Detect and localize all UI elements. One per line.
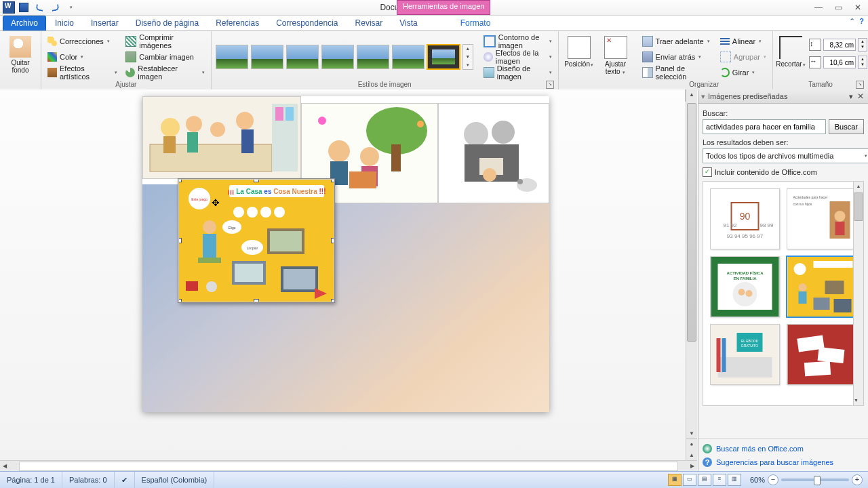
minimize-button[interactable]: —: [814, 3, 823, 12]
tab-references[interactable]: Referencias: [208, 16, 267, 30]
width-spinner[interactable]: ↔▲▼: [809, 56, 867, 69]
resize-handle-ne[interactable]: [331, 179, 334, 182]
panel-close-button[interactable]: ✕: [856, 92, 865, 101]
view-draft[interactable]: ▥: [728, 474, 741, 486]
resize-handle-w[interactable]: [178, 238, 182, 243]
clip-result-6[interactable]: [787, 324, 856, 385]
clip-result-2[interactable]: Actividades para hacercon tus hijos: [787, 188, 856, 249]
svg-rect-75: [814, 261, 853, 268]
zoom-out-button[interactable]: −: [768, 474, 778, 485]
color-button[interactable]: Color▾: [44, 49, 121, 64]
tab-view[interactable]: Vista: [391, 16, 425, 30]
panel-menu-icon[interactable]: ▾: [701, 92, 705, 101]
status-language[interactable]: Español (Colombia): [135, 472, 215, 488]
picture-effects-button[interactable]: Efectos de la imagen▾: [480, 49, 555, 64]
status-words[interactable]: Palabras: 0: [62, 472, 115, 488]
view-fullscreen-reading[interactable]: ▭: [683, 474, 696, 486]
change-picture-button[interactable]: Cambiar imagen: [122, 49, 208, 64]
qat-customize[interactable]: ▾: [64, 1, 77, 14]
styles-dialog-launcher[interactable]: ↘: [546, 81, 554, 89]
results-type-label: Los resultados deben ser:: [703, 138, 864, 146]
minimize-ribbon-icon[interactable]: ⌃: [849, 17, 855, 26]
send-backward-button[interactable]: Enviar atrás▾: [639, 49, 715, 64]
resize-handle-s[interactable]: [254, 299, 259, 302]
close-button[interactable]: ✕: [854, 3, 861, 12]
tab-review[interactable]: Revisar: [347, 16, 391, 30]
position-button[interactable]: Posición▾: [561, 34, 597, 69]
svg-text:98 99: 98 99: [760, 222, 774, 228]
save-button[interactable]: [17, 1, 31, 14]
wrap-text-button[interactable]: Ajustar texto ▾: [598, 34, 633, 77]
search-input[interactable]: [703, 119, 826, 134]
search-tips-link[interactable]: ?Sugerencias para buscar imágenes: [700, 455, 867, 469]
clip-result-1[interactable]: 9091 9298 9993 94 95 96 97: [710, 188, 780, 249]
clip-result-4-selected[interactable]: [787, 256, 856, 317]
results-scrollbar[interactable]: ▲▼: [853, 182, 863, 405]
maximize-button[interactable]: ▭: [835, 3, 842, 12]
tab-file[interactable]: Archivo: [3, 16, 46, 30]
svg-point-24: [492, 121, 515, 144]
group-button[interactable]: Agrupar▾: [717, 49, 770, 64]
zoom-level[interactable]: 60%: [750, 476, 765, 484]
picture-style-3[interactable]: [286, 45, 319, 69]
tab-page-layout[interactable]: Diseño de página: [127, 16, 207, 30]
clip-result-3[interactable]: ACTIVIDAD FÍSICAEN FAMILIA: [710, 256, 780, 317]
corrections-button[interactable]: Correcciones▾: [44, 34, 121, 49]
tab-home[interactable]: Inicio: [47, 16, 82, 30]
height-spinner[interactable]: ↕▲▼: [809, 38, 867, 52]
resize-handle-sw[interactable]: [178, 299, 182, 302]
resize-handle-n[interactable]: [254, 179, 259, 182]
search-office-link[interactable]: Buscar más en Office.com: [700, 442, 867, 455]
ribbon: Quitar fondo Correcciones▾ Color▾ Efecto…: [0, 31, 868, 90]
clip-result-5[interactable]: EL EBOOKGRATUITO: [710, 324, 780, 385]
picture-style-2[interactable]: [251, 45, 283, 69]
scroll-thumb-v[interactable]: [687, 103, 696, 342]
picture-3[interactable]: [438, 103, 549, 203]
align-button[interactable]: Alinear▾: [717, 34, 770, 49]
view-web-layout[interactable]: ▤: [698, 474, 711, 486]
remove-background-button[interactable]: Quitar fondo: [3, 34, 38, 75]
redo-button[interactable]: [48, 1, 62, 14]
search-button[interactable]: Buscar: [829, 119, 864, 134]
size-dialog-launcher[interactable]: ↘: [856, 81, 864, 89]
tab-mailings[interactable]: Correspondencia: [268, 16, 346, 30]
panel-dropdown-icon[interactable]: ▾: [849, 92, 853, 101]
view-print-layout[interactable]: ▦: [668, 474, 682, 486]
undo-button[interactable]: [33, 1, 46, 14]
view-outline[interactable]: ≡: [713, 474, 726, 486]
selection-pane-button[interactable]: Panel de selección: [639, 65, 715, 80]
picture-1[interactable]: [142, 96, 301, 179]
reset-picture-button[interactable]: Restablecer imagen▾: [122, 65, 208, 80]
crop-button[interactable]: Recortar▾: [774, 34, 808, 69]
picture-style-4[interactable]: [321, 45, 354, 69]
bring-forward-button[interactable]: Traer adelante▾: [639, 34, 715, 49]
help-icon[interactable]: ?: [859, 17, 864, 26]
picture-style-6[interactable]: [392, 45, 425, 69]
picture-style-5[interactable]: [357, 45, 389, 69]
resize-handle-e[interactable]: [331, 238, 334, 243]
picture-layout-button[interactable]: Diseño de imagen▾: [480, 65, 555, 80]
zoom-in-button[interactable]: +: [852, 474, 863, 485]
compress-pictures-button[interactable]: Comprimir imágenes: [122, 34, 208, 49]
vertical-scrollbar[interactable]: ▲ ▼ ● ▲ ▼: [686, 89, 697, 472]
status-proofing-icon[interactable]: ✔: [115, 472, 135, 488]
svg-point-39: [247, 207, 258, 218]
gallery-more-button[interactable]: ▲▼▾: [462, 44, 473, 70]
resize-handle-se[interactable]: [331, 299, 334, 302]
page[interactable]: ¡¡¡ La Casa es Cosa Nuestra !!! Este jue…: [142, 96, 549, 412]
picture-style-1[interactable]: [216, 45, 248, 69]
media-type-combo[interactable]: Todos los tipos de archivos multimedia▾: [703, 148, 868, 163]
zoom-slider[interactable]: [781, 479, 849, 481]
tab-format[interactable]: Formato: [452, 16, 499, 30]
horizontal-scrollbar[interactable]: ◀▶: [0, 460, 697, 472]
resize-handle-nw[interactable]: [178, 179, 182, 182]
picture-outline-button[interactable]: Contorno de imagen▾: [480, 34, 555, 49]
status-page[interactable]: Página: 1 de 1: [0, 472, 62, 488]
rotate-button[interactable]: Girar▾: [717, 65, 770, 80]
tab-insert[interactable]: Insertar: [83, 16, 127, 30]
picture-styles-gallery[interactable]: ▲▼▾: [214, 43, 475, 71]
include-office-checkbox[interactable]: ✓Incluir contenido de Office.com: [703, 167, 864, 177]
picture-style-selected[interactable]: [427, 45, 460, 69]
picture-4-selected[interactable]: ¡¡¡ La Casa es Cosa Nuestra !!! Este jue…: [178, 179, 334, 302]
artistic-effects-button[interactable]: Efectos artísticos▾: [44, 65, 121, 80]
